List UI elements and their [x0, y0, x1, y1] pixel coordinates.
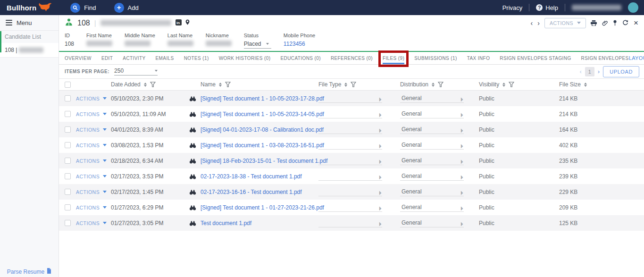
- row-actions-button[interactable]: ACTIONS: [76, 205, 111, 210]
- file-name-link[interactable]: [Signed] 04-01-2023-17-08 - Calibration1…: [201, 126, 318, 133]
- distribution-select[interactable]: General ◢: [400, 94, 464, 103]
- file-type-select[interactable]: ◢: [318, 109, 382, 118]
- user-avatar[interactable]: [628, 2, 638, 13]
- linkedin-icon[interactable]: in: [176, 19, 182, 27]
- preview-icon[interactable]: [189, 205, 196, 210]
- file-type-select[interactable]: ◢: [318, 94, 382, 103]
- file-type-select[interactable]: ◢: [318, 156, 382, 165]
- row-actions-button[interactable]: ACTIONS: [76, 189, 111, 195]
- distribution-select[interactable]: General ◢: [400, 141, 464, 150]
- row-checkbox[interactable]: [65, 142, 71, 148]
- tab-edit[interactable]: EDIT: [101, 52, 113, 64]
- file-type-select[interactable]: ◢: [318, 141, 382, 150]
- sidebar-item-candidate-list[interactable]: Candidate List: [0, 31, 59, 43]
- file-type-select[interactable]: ◢: [318, 218, 382, 227]
- row-checkbox[interactable]: [65, 204, 71, 210]
- filter-icon[interactable]: [225, 82, 231, 87]
- file-type-select[interactable]: ◢: [318, 187, 382, 196]
- sort-icon[interactable]: [432, 83, 435, 87]
- page-prev-button[interactable]: ‹: [579, 68, 581, 75]
- file-name-link[interactable]: 02-17-2023-16-16 - Test document 1.pdf: [201, 189, 318, 195]
- row-actions-button[interactable]: ACTIONS: [76, 111, 111, 117]
- tab-notes-1[interactable]: NOTES (1): [184, 52, 209, 64]
- file-type-select[interactable]: ◢: [318, 125, 382, 134]
- next-record-button[interactable]: ›: [537, 20, 540, 26]
- row-actions-button[interactable]: ACTIONS: [76, 158, 111, 164]
- tab-references-0[interactable]: REFERENCES (0): [331, 52, 373, 64]
- location-pin-icon[interactable]: [185, 19, 190, 27]
- row-actions-button[interactable]: ACTIONS: [76, 220, 111, 226]
- upload-button[interactable]: UPLOAD: [603, 66, 639, 77]
- file-name-link[interactable]: 02-17-2023-18-38 - Test document 1.pdf: [201, 173, 318, 180]
- page-next-button[interactable]: ›: [598, 68, 600, 75]
- distribution-select[interactable]: General ◢: [400, 172, 464, 181]
- distribution-select[interactable]: General ◢: [400, 125, 464, 134]
- sort-icon[interactable]: [219, 83, 222, 87]
- distribution-select[interactable]: General ◢: [400, 187, 464, 196]
- file-name-link[interactable]: [Signed] Test document 1 - 10-05-2023-14…: [201, 111, 318, 118]
- find-button[interactable]: Find: [70, 3, 96, 13]
- layout-button[interactable]: LAYOUT: [629, 52, 644, 64]
- parse-resume-link[interactable]: Parse Resume: [0, 268, 59, 275]
- add-button[interactable]: + Add: [114, 3, 139, 13]
- page-number[interactable]: 1: [585, 67, 594, 76]
- row-checkbox[interactable]: [65, 189, 71, 195]
- tab-submissions-1[interactable]: SUBMISSIONS (1): [414, 52, 457, 64]
- row-checkbox[interactable]: [65, 126, 71, 133]
- preview-icon[interactable]: [189, 174, 196, 179]
- row-checkbox[interactable]: [65, 173, 71, 179]
- tab-tax-info[interactable]: TAX INFO: [467, 52, 490, 64]
- menu-button[interactable]: Menu: [0, 15, 59, 31]
- row-actions-button[interactable]: ACTIONS: [76, 143, 111, 148]
- file-name-link[interactable]: [Signed] Test document 1 - 03-08-2023-16…: [201, 142, 318, 149]
- filter-icon[interactable]: [150, 82, 156, 87]
- tab-rsign-envelopes-staging[interactable]: RSIGN ENVELOPES STAGING: [500, 52, 571, 64]
- tab-emails[interactable]: EMAILS: [156, 52, 174, 64]
- privacy-link[interactable]: Privacy: [502, 4, 523, 11]
- preview-icon[interactable]: [189, 158, 196, 164]
- row-checkbox[interactable]: [65, 111, 71, 117]
- refresh-icon[interactable]: [622, 20, 628, 26]
- tab-activity[interactable]: ACTIVITY: [123, 52, 145, 64]
- column-header-file-type[interactable]: File Type: [318, 81, 382, 88]
- row-checkbox[interactable]: [65, 158, 71, 164]
- sort-icon[interactable]: [502, 83, 505, 87]
- filter-icon[interactable]: [438, 82, 443, 87]
- row-actions-button[interactable]: ACTIONS: [76, 127, 111, 133]
- select-all-checkbox[interactable]: [65, 82, 71, 88]
- sort-icon[interactable]: [344, 83, 347, 87]
- distribution-select[interactable]: General ◢: [400, 203, 464, 212]
- row-checkbox[interactable]: [65, 220, 71, 226]
- tab-overview[interactable]: OVERVIEW: [65, 52, 92, 64]
- preview-icon[interactable]: [189, 111, 196, 117]
- filter-icon[interactable]: [351, 82, 356, 87]
- pushpin-icon[interactable]: [613, 20, 617, 26]
- file-type-select[interactable]: ◢: [318, 172, 382, 181]
- preview-icon[interactable]: [189, 143, 196, 148]
- column-header-distribution[interactable]: Distribution: [400, 81, 465, 88]
- tab-educations-0[interactable]: EDUCATIONS (0): [281, 52, 321, 64]
- bullhorn-logo[interactable]: Bullhorn: [7, 1, 52, 14]
- paperclip-icon[interactable]: [602, 20, 608, 26]
- row-actions-button[interactable]: ACTIONS: [76, 96, 111, 101]
- tab-work-histories-0[interactable]: WORK HISTORIES (0): [219, 52, 271, 64]
- field-value[interactable]: 1123456: [284, 41, 315, 47]
- record-actions-button[interactable]: ACTIONS: [544, 18, 586, 28]
- row-actions-button[interactable]: ACTIONS: [76, 174, 111, 179]
- column-header-date-added[interactable]: Date Added: [111, 81, 186, 88]
- sort-icon[interactable]: [144, 83, 147, 87]
- status-select[interactable]: Placed: [244, 41, 271, 49]
- row-checkbox[interactable]: [65, 95, 71, 101]
- preview-icon[interactable]: [189, 127, 196, 133]
- column-header-name[interactable]: Name: [201, 81, 318, 88]
- previous-record-button[interactable]: ‹: [531, 20, 533, 26]
- distribution-select[interactable]: General ◢: [400, 109, 464, 118]
- help-button[interactable]: ? Help: [536, 4, 558, 11]
- column-header-file-size[interactable]: File Size: [559, 81, 644, 88]
- preview-icon[interactable]: [189, 189, 196, 195]
- distribution-select[interactable]: General ◢: [400, 156, 464, 165]
- print-icon[interactable]: [591, 20, 597, 26]
- file-name-link[interactable]: Test document 1.pdf: [201, 220, 318, 227]
- tab-rsign-envelopes[interactable]: RSIGN ENVELOPES: [581, 52, 629, 64]
- sidebar-item-current-record[interactable]: 108 |: [0, 43, 59, 58]
